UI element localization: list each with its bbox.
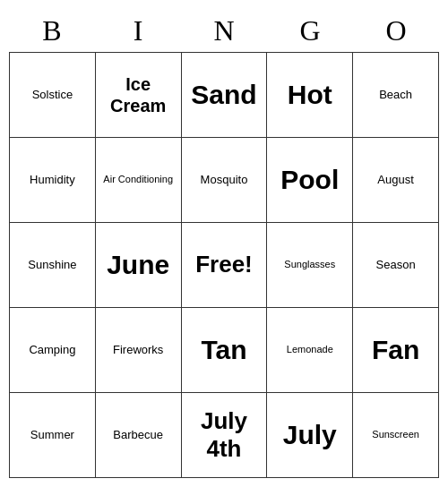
header-letter-N: N	[181, 9, 267, 52]
header-letter-O: O	[353, 9, 439, 52]
cell-text-r1-c2: Mosquito	[201, 173, 248, 187]
cell-text-r4-c1: Barbecue	[113, 428, 163, 442]
cell-r2-c0: Sunshine	[10, 223, 96, 308]
cell-text-r3-c3: Lemonade	[287, 344, 333, 355]
cell-r4-c4: Sunscreen	[353, 393, 439, 478]
cell-text-r4-c3: July	[283, 419, 337, 451]
cell-r2-c3: Sunglasses	[267, 223, 353, 308]
cell-r0-c4: Beach	[353, 53, 439, 138]
cell-text-r4-c0: Summer	[30, 428, 74, 442]
cell-text-r0-c0: Solstice	[32, 88, 73, 102]
cell-r3-c0: Camping	[10, 308, 96, 393]
cell-r1-c2: Mosquito	[182, 138, 268, 223]
cell-r1-c3: Pool	[267, 138, 353, 223]
header-letter-G: G	[267, 9, 353, 52]
bingo-header: BINGO	[9, 9, 439, 52]
cell-text-r2-c3: Sunglasses	[284, 259, 335, 270]
cell-text-r2-c4: Season	[376, 258, 416, 272]
cell-text-r1-c3: Pool	[280, 164, 339, 196]
cell-r4-c1: Barbecue	[96, 393, 182, 478]
cell-text-r3-c4: Fan	[372, 334, 419, 366]
cell-r1-c4: August	[353, 138, 439, 223]
cell-r0-c1: Ice Cream	[96, 53, 182, 138]
bingo-card: BINGO SolsticeIce CreamSandHotBeachHumid…	[9, 9, 439, 478]
cell-r1-c1: Air Conditioning	[96, 138, 182, 223]
cell-r0-c2: Sand	[182, 53, 268, 138]
cell-r2-c1: June	[96, 223, 182, 308]
cell-text-r2-c1: June	[107, 249, 169, 281]
cell-r0-c0: Solstice	[10, 53, 96, 138]
cell-r2-c4: Season	[353, 223, 439, 308]
cell-r4-c0: Summer	[10, 393, 96, 478]
header-letter-B: B	[9, 9, 95, 52]
cell-r1-c0: Humidity	[10, 138, 96, 223]
cell-text-r2-c2: Free!	[195, 251, 253, 278]
cell-r0-c3: Hot	[267, 53, 353, 138]
cell-text-r0-c3: Hot	[288, 79, 332, 111]
cell-r3-c1: Fireworks	[96, 308, 182, 393]
cell-r3-c4: Fan	[353, 308, 439, 393]
cell-r4-c3: July	[267, 393, 353, 478]
cell-text-r1-c1: Air Conditioning	[103, 174, 173, 185]
cell-text-r0-c1: Ice Cream	[99, 73, 177, 116]
cell-text-r3-c0: Camping	[29, 343, 75, 357]
cell-text-r3-c1: Fireworks	[113, 343, 163, 357]
cell-text-r0-c2: Sand	[191, 79, 256, 111]
cell-r3-c2: Tan	[182, 308, 268, 393]
cell-text-r4-c4: Sunscreen	[372, 429, 419, 440]
cell-text-r2-c0: Sunshine	[28, 258, 76, 272]
cell-text-r4-c2: July 4th	[185, 407, 263, 463]
cell-r2-c2: Free!	[182, 223, 268, 308]
cell-r3-c3: Lemonade	[267, 308, 353, 393]
cell-text-r1-c4: August	[377, 173, 413, 187]
cell-text-r3-c2: Tan	[201, 334, 246, 366]
header-letter-I: I	[95, 9, 181, 52]
bingo-grid: SolsticeIce CreamSandHotBeachHumidityAir…	[9, 52, 439, 478]
cell-text-r0-c4: Beach	[379, 88, 412, 102]
cell-r4-c2: July 4th	[182, 393, 268, 478]
cell-text-r1-c0: Humidity	[30, 173, 75, 187]
